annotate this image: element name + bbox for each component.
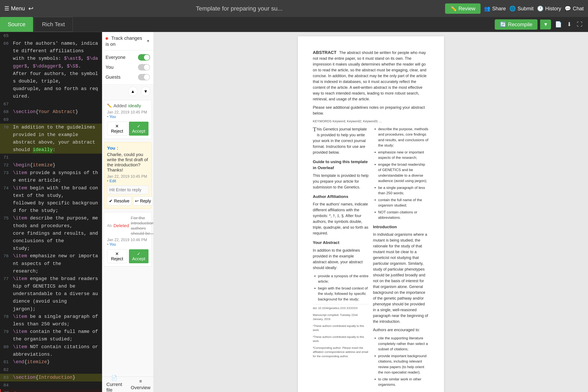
resolve-icon: ✔ (109, 198, 112, 204)
code-line-81: 81 \end{itemize} (0, 358, 102, 366)
accept-button-1[interactable]: ✓ Accept (129, 122, 149, 136)
recompile-button[interactable]: 🔄 Recompile (495, 19, 538, 30)
history-label: History (545, 6, 561, 12)
review-icon: ✏️ (450, 6, 457, 12)
menu-label: Menu (11, 5, 25, 12)
nav-arrows: ▲ ▼ (102, 84, 154, 98)
reject-button-1[interactable]: ✕ Reject (107, 122, 127, 136)
vis-everyone: Everyone (106, 52, 150, 62)
comment-author: You (107, 146, 115, 151)
file-download-button[interactable]: 📄 (554, 20, 563, 29)
vis-guests: Guests (106, 72, 150, 82)
recompile-area: 🔄 Recompile ▼ 📄 ⬇ ⛶ (490, 19, 588, 30)
you-toggle[interactable] (138, 64, 150, 70)
submit-button[interactable]: 🌐 Submit (509, 6, 534, 12)
code-line-67: 67 (0, 100, 102, 108)
track-dot (106, 37, 108, 40)
footnote1: ¹These authors contributed equally to th… (313, 324, 369, 332)
menu-button[interactable]: ☰ Menu (4, 5, 25, 12)
share-icon: 👥 (484, 6, 490, 12)
comment-date: Jan 22, 2019 10:45 PM (107, 174, 147, 178)
chat-label: Chat (573, 6, 584, 12)
change-meta: Jan 22, 2019 10:45 PM • You (107, 110, 148, 119)
change-value: ideally (128, 103, 141, 108)
tab-richtext[interactable]: Rich Text (34, 17, 73, 32)
comment-card-1: You: Charlie, could you write the first … (104, 142, 152, 209)
abstract-text: The abstract should be written for peopl… (313, 50, 426, 101)
rlist-5: contain the full name of the organism st… (378, 197, 429, 208)
affiliations-text: For the authors' names, indicate differe… (313, 201, 369, 236)
code-line-71: 71 (0, 154, 102, 162)
guests-label: Guests (106, 74, 120, 80)
keywords: KEYWORDS Keyword; Keyword2; Keyword3; ..… (313, 119, 429, 124)
change-card-deleted: Ab Deleted For the introduction,authors … (104, 212, 152, 266)
preview-page-1: ABSTRACT The abstract should be written … (298, 36, 444, 392)
history-icon: 🕐 (537, 6, 544, 12)
change-user: You (110, 114, 116, 119)
download-button[interactable]: ⬇ (566, 20, 573, 29)
top-bar-left: ☰ Menu ↩ (4, 5, 33, 12)
ilist-3: to cite similar work in other organisms. (378, 376, 429, 388)
guests-toggle[interactable] (138, 74, 150, 80)
change-card-added: ✏️ Added ideally Jan 22, 2019 10:45 PM •… (104, 100, 152, 139)
code-line-70: 70 In addition to the guidelines provide… (0, 124, 102, 154)
footnote2: ²These authors contributed equally to th… (313, 335, 369, 343)
accept-button-2[interactable]: ✓ Accept (129, 249, 149, 263)
recompile-label: Recompile (508, 22, 532, 28)
change-card-header: ✏️ Added ideally (107, 103, 148, 108)
top-bar-right: ✏️ Review 👥 Share 🌐 Submit 🕐 History 💬 C… (445, 4, 584, 14)
current-file-tab[interactable]: 📄 Current file (102, 373, 126, 392)
abstract-section: Your Abstract (313, 240, 369, 246)
change-card-buttons: ✕ Reject ✓ Accept (107, 122, 148, 136)
intro-section: Introduction (373, 224, 429, 230)
ilist-1: cite the supporting literature completel… (378, 336, 429, 352)
intro-list: cite the supporting literature completel… (373, 336, 429, 388)
code-editor[interactable]: 65 66 For the authors' names, indicate d… (0, 32, 102, 392)
ilist-2: provide important background citations, … (378, 353, 429, 375)
share-button[interactable]: 👥 Share (484, 6, 506, 12)
history-button[interactable]: 🕐 History (537, 6, 561, 12)
reply-input[interactable] (107, 186, 148, 194)
recompile-dropdown-button[interactable]: ▼ (540, 20, 551, 30)
reject-button-2[interactable]: ✕ Reject (107, 249, 127, 263)
resolve-button[interactable]: ✔ Resolve (107, 196, 131, 206)
rlist-4: be a single paragraph of less than 250 w… (378, 185, 429, 196)
code-line-74: 74 \item begin with the broad context of… (0, 184, 102, 215)
tab-source[interactable]: Source (0, 17, 33, 32)
review-button[interactable]: ✏️ Review (445, 4, 480, 14)
deleted-label: Deleted (114, 223, 129, 228)
top-bar: ☰ Menu ↩ Template for preparing your su.… (0, 0, 588, 17)
code-line-72: 72 \begin{itemize} (0, 162, 102, 169)
deleted-user: You (110, 242, 116, 246)
resolve-label: Resolve (114, 198, 130, 204)
preview-col-right: describe the purpose, methods and proced… (373, 126, 429, 392)
visibility-list: Everyone You Guests (102, 50, 154, 84)
chat-button[interactable]: 💬 Chat (564, 6, 584, 12)
deleted-card-buttons: ✕ Reject ✓ Accept (107, 249, 148, 263)
next-change-button[interactable]: ▼ (141, 86, 150, 96)
text-icon: Ab (107, 224, 112, 228)
overview-tab[interactable]: ≡ Overview (126, 376, 154, 392)
right-list: describe the purpose, methods and proced… (373, 126, 429, 220)
prev-change-button[interactable]: ▲ (128, 86, 138, 96)
deleted-card-meta: Jan 22, 2019 10:46 PM • You (107, 238, 148, 247)
comment-text: Charlie, could you write the first draft… (107, 152, 148, 172)
comment-edit-link[interactable]: Edit (110, 179, 116, 183)
code-line-65: 65 (0, 32, 102, 40)
expand-button[interactable]: ⛶ (576, 20, 584, 29)
track-chevron-icon[interactable]: ▼ (146, 39, 150, 44)
code-line-69: 69 (0, 116, 102, 124)
preview-panel: ABSTRACT The abstract should be written … (154, 32, 588, 392)
undo-button[interactable]: ↩ (28, 5, 33, 12)
review-label: Review (458, 6, 476, 12)
see-guidelines: Please see additional guidelines notes o… (313, 105, 429, 116)
code-line-68: 68 \section{Your Abstract} (0, 108, 102, 116)
submit-icon: 🌐 (509, 6, 516, 12)
reply-button[interactable]: ↩ Reply (133, 196, 153, 206)
everyone-toggle[interactable] (138, 54, 150, 60)
comment-actions: ✔ Resolve ↩ Reply (107, 196, 148, 206)
guide-section: Guide to using this template in Overleaf (313, 159, 369, 171)
code-line-83: 83 \section{Introduction} (0, 374, 102, 382)
submit-label: Submit (518, 6, 534, 12)
keywords-label: KEYWORDS (313, 119, 332, 123)
